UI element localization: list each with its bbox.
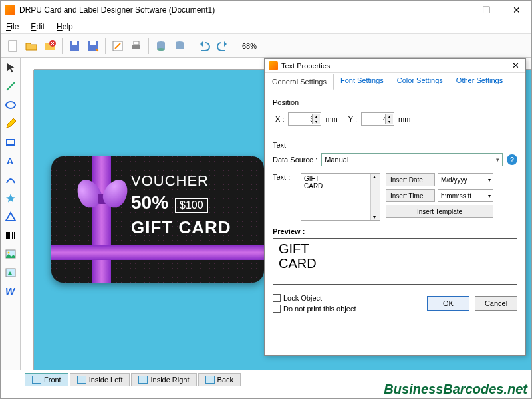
svg-rect-22 [12, 232, 13, 239]
ribbon-horizontal [51, 245, 264, 260]
insert-template-button[interactable]: Insert Template [386, 205, 493, 218]
y-input[interactable]: 45▴▾ [361, 112, 394, 126]
svg-text:W: W [5, 285, 16, 297]
insert-date-button[interactable]: Insert Date [386, 173, 435, 186]
date-format-select[interactable]: M/d/yyyy [438, 173, 493, 186]
tab-color-settings[interactable]: Color Settings [390, 73, 450, 90]
time-format-select[interactable]: h:mm:ss tt [438, 189, 493, 202]
app-icon [5, 5, 15, 15]
maximize-button[interactable]: ☐ [475, 3, 497, 17]
bow-icon [78, 179, 127, 219]
svg-point-11 [157, 48, 165, 51]
help-icon[interactable]: ? [507, 154, 517, 165]
data-source-select[interactable]: Manual [321, 153, 503, 166]
tab-front[interactable]: Front [25, 373, 68, 386]
lock-object-checkbox[interactable]: Lock Object [273, 294, 356, 302]
ellipse-icon[interactable] [3, 98, 18, 112]
ribbon-vertical [92, 156, 111, 283]
gift-card-design[interactable]: VOUCHER 50% $100 GIFT CARD [51, 156, 264, 283]
barcode-icon[interactable] [3, 228, 18, 243]
y-label: Y : [348, 115, 357, 123]
svg-rect-7 [132, 45, 140, 49]
tab-inside-right[interactable]: Inside Right [131, 373, 196, 386]
text-field-label: Text : [273, 173, 295, 221]
price-text: $100 [175, 198, 208, 213]
preview-line1: GIFT [279, 241, 511, 256]
x-input[interactable]: 30▴▾ [288, 112, 321, 126]
pencil-icon[interactable] [3, 116, 18, 131]
menu-help[interactable]: Help [57, 22, 73, 31]
svg-point-15 [6, 102, 15, 108]
svg-rect-5 [90, 41, 96, 45]
data-source-label: Data Source : [273, 156, 317, 164]
close-button[interactable]: ✕ [506, 3, 527, 17]
text-input[interactable]: GIFT CARD [301, 173, 380, 221]
svg-rect-3 [72, 41, 77, 45]
do-not-print-checkbox[interactable]: Do not print this object [273, 305, 356, 313]
delete-icon[interactable] [42, 38, 58, 54]
titlebar: DRPU Card and Label Designer Software (D… [1, 1, 531, 19]
svg-line-14 [7, 82, 15, 90]
saveas-icon[interactable] [85, 38, 101, 54]
database2-icon[interactable] [172, 38, 188, 54]
svg-rect-13 [176, 43, 184, 49]
clipart-icon[interactable] [3, 265, 18, 280]
arc-icon[interactable] [3, 172, 18, 187]
text-icon[interactable]: A [3, 154, 18, 168]
wordart-icon[interactable]: W [3, 284, 18, 299]
redo-icon[interactable] [215, 38, 231, 54]
menu-file[interactable]: File [6, 22, 19, 31]
svg-rect-8 [134, 41, 139, 45]
edit-icon[interactable] [110, 38, 126, 54]
database-icon[interactable] [153, 38, 169, 54]
tab-inside-left[interactable]: Inside Left [70, 373, 130, 386]
dialog-close-button[interactable]: ✕ [509, 61, 521, 70]
voucher-text: VOUCHER [131, 172, 231, 190]
ok-button[interactable]: OK [427, 296, 469, 311]
menubar: File Edit Help [1, 19, 531, 34]
dialog-footer: Lock Object Do not print this object OK … [265, 289, 525, 318]
x-label: X : [275, 115, 284, 123]
card-text-block[interactable]: VOUCHER 50% $100 GIFT CARD [131, 172, 231, 238]
tab-other-settings[interactable]: Other Settings [450, 73, 509, 90]
page-tabs: Front Inside Left Inside Right Back [25, 373, 241, 386]
star-icon[interactable] [3, 191, 18, 205]
tab-general-settings[interactable]: General Settings [265, 74, 334, 90]
svg-rect-16 [7, 140, 15, 145]
new-icon[interactable] [5, 38, 21, 54]
menu-edit[interactable]: Edit [31, 22, 45, 31]
svg-rect-18 [6, 232, 7, 239]
x-unit: mm [325, 115, 337, 123]
preview-box: GIFT CARD [273, 238, 517, 285]
dialog-tabs: General Settings Font Settings Color Set… [265, 73, 525, 90]
open-icon[interactable] [23, 38, 39, 54]
percent-text: 50% [131, 192, 168, 213]
triangle-icon[interactable] [3, 209, 18, 224]
dialog-title: Text Properties [281, 62, 509, 70]
line-icon[interactable] [3, 79, 18, 94]
svg-point-25 [7, 252, 9, 254]
side-toolbar: A W [1, 58, 21, 370]
undo-icon[interactable] [196, 38, 212, 54]
tab-back[interactable]: Back [198, 373, 241, 386]
ruler-vertical [21, 70, 34, 370]
insert-time-button[interactable]: Insert Time [386, 189, 435, 202]
minimize-button[interactable]: — [445, 3, 466, 17]
cancel-button[interactable]: Cancel [475, 296, 517, 311]
tab-font-settings[interactable]: Font Settings [334, 73, 390, 90]
preview-label: Preview : [273, 227, 517, 235]
svg-rect-19 [7, 232, 9, 239]
dialog-titlebar[interactable]: Text Properties ✕ [265, 59, 525, 73]
preview-line2: CARD [279, 256, 511, 271]
rect-icon[interactable] [3, 135, 18, 150]
image-icon[interactable] [3, 247, 18, 261]
text-properties-dialog: Text Properties ✕ General Settings Font … [264, 58, 526, 356]
svg-text:A: A [7, 156, 13, 166]
zoom-value[interactable]: 68% [242, 42, 257, 50]
print-icon[interactable] [128, 38, 144, 54]
gift-card-text: GIFT CARD [131, 217, 231, 238]
pointer-icon[interactable] [3, 61, 18, 75]
save-icon[interactable] [66, 38, 82, 54]
y-unit: mm [398, 115, 410, 123]
dialog-body: Position X : 30▴▾ mm Y : 45▴▾ mm Text Da… [265, 90, 525, 289]
